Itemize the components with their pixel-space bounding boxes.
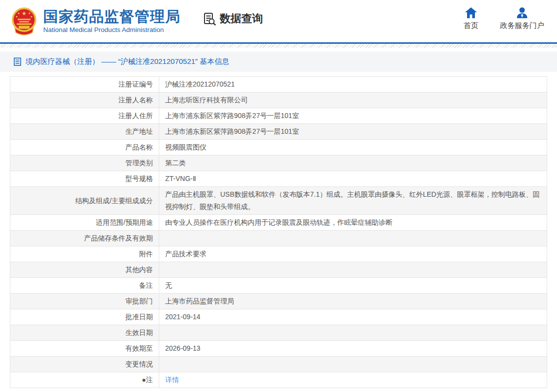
table-row: 结构及组成/主要组成成分 产品由主机眼罩、USB数据线和软件（发布版本7.1）组… [10, 187, 547, 215]
row-label: 附件 [10, 246, 159, 262]
form-icon [14, 58, 21, 66]
table-row: 注册人住所 上海市浦东新区紫萍路908弄27号一层101室 [10, 108, 547, 124]
nav-home[interactable]: 首页 [464, 7, 478, 30]
nav-portal-label: 政务服务门户 [500, 21, 544, 30]
row-value: 详情 [159, 372, 547, 388]
row-label: 型号规格 [10, 171, 159, 187]
row-value: 由专业人员操作在医疗机构内用于记录眼震及眼动轨迹，作眩晕症辅助诊断 [159, 215, 547, 231]
svg-text:★: ★ [28, 12, 30, 15]
row-value: 无 [159, 278, 547, 294]
row-label: 结构及组成/主要组成成分 [10, 187, 159, 215]
table-row: 备注 无 [10, 278, 547, 294]
table-row: 生产地址 上海市浦东新区紫萍路908弄27号一层101室 [10, 124, 547, 140]
row-label: 生效日期 [10, 325, 159, 341]
site-header: ★ ★ ★ ★ ★ 国家药品监督管理局 National Medical Pro… [0, 0, 557, 42]
nav-home-label: 首页 [464, 21, 478, 30]
breadcrumb: 境内医疗器械（注册） —— “沪械注准20212070521” 基本信息 [0, 52, 557, 72]
row-label: 其他内容 [10, 262, 159, 278]
details-link[interactable]: 详情 [165, 376, 179, 384]
row-label: 批准日期 [10, 309, 159, 325]
row-value [159, 325, 547, 341]
row-label: 注册人住所 [10, 108, 159, 124]
svg-text:★: ★ [15, 15, 18, 18]
data-query-section[interactable]: 数据查询 [203, 11, 263, 26]
info-table: 注册证编号 沪械注准20212070521 注册人名称 上海志听医疗科技有限公司… [10, 76, 547, 388]
table-row: 管理类别 第二类 [10, 155, 547, 171]
row-value: 上海志听医疗科技有限公司 [159, 92, 547, 108]
table-row: 型号规格 ZT-VNG-Ⅱ [10, 171, 547, 187]
row-label: 产品名称 [10, 140, 159, 155]
row-label: 产品储存条件及有效期 [10, 231, 159, 246]
row-value [159, 357, 547, 372]
row-value: 2026-09-13 [159, 341, 547, 357]
row-label: 生产地址 [10, 124, 159, 140]
row-value [159, 231, 547, 246]
national-emblem-icon: ★ ★ ★ ★ ★ [11, 7, 37, 35]
row-label: 管理类别 [10, 155, 159, 171]
row-label: 注册人名称 [10, 92, 159, 108]
row-value: 上海市浦东新区紫萍路908弄27号一层101室 [159, 124, 547, 140]
row-value: ZT-VNG-Ⅱ [159, 171, 547, 187]
row-value: 上海市浦东新区紫萍路908弄27号一层101室 [159, 108, 547, 124]
row-label: ●注 [10, 372, 159, 388]
row-label: 有效期至 [10, 341, 159, 357]
table-row: 产品储存条件及有效期 [10, 231, 547, 246]
table-row: 附件 产品技术要求 [10, 246, 547, 262]
home-icon [465, 7, 477, 18]
row-value: 上海市药品监督管理局 [159, 294, 547, 309]
table-row: 适用范围/预期用途 由专业人员操作在医疗机构内用于记录眼震及眼动轨迹，作眩晕症辅… [10, 215, 547, 231]
row-label: 变更情况 [10, 357, 159, 372]
table-row: 变更情况 [10, 357, 547, 372]
table-row: 注册证编号 沪械注准20212070521 [10, 77, 547, 92]
site-title-cn: 国家药品监督管理局 [43, 9, 180, 25]
row-label: 适用范围/预期用途 [10, 215, 159, 231]
row-value: 2021-09-14 [159, 309, 547, 325]
table-row: 其他内容 [10, 262, 547, 278]
svg-text:★: ★ [30, 15, 32, 18]
user-icon [516, 7, 528, 18]
svg-text:★: ★ [17, 12, 20, 15]
row-value: 视频眼震图仪 [159, 140, 547, 155]
site-title-en: National Medical Products Administration [43, 26, 180, 33]
table-row: ●注 详情 [10, 372, 547, 388]
table-row: 批准日期 2021-09-14 [10, 309, 547, 325]
row-value: 产品由主机眼罩、USB数据线和软件（发布版本7.1）组成。主机眼罩由摄像头、红外… [159, 187, 547, 215]
table-row: 有效期至 2026-09-13 [10, 341, 547, 357]
svg-text:★: ★ [22, 10, 27, 16]
table-row: 注册人名称 上海志听医疗科技有限公司 [10, 92, 547, 108]
row-value: 第二类 [159, 155, 547, 171]
brand[interactable]: ★ ★ ★ ★ ★ 国家药品监督管理局 National Medical Pro… [11, 7, 180, 35]
row-value [159, 262, 547, 278]
row-value: 产品技术要求 [159, 246, 547, 262]
table-row: 审批部门 上海市药品监督管理局 [10, 294, 547, 309]
hatch-band [0, 44, 557, 48]
nav-portal[interactable]: 政务服务门户 [500, 7, 544, 30]
row-label: 注册证编号 [10, 77, 159, 92]
row-label: 审批部门 [10, 294, 159, 309]
header-nav: 首页 政务服务门户 [464, 7, 546, 30]
doc-search-icon [203, 12, 216, 26]
data-query-label: 数据查询 [220, 11, 263, 26]
table-row: 生效日期 [10, 325, 547, 341]
row-label: 备注 [10, 278, 159, 294]
table-row: 产品名称 视频眼震图仪 [10, 140, 547, 155]
row-value: 沪械注准20212070521 [159, 77, 547, 92]
breadcrumb-text: 境内医疗器械（注册） —— “沪械注准20212070521” 基本信息 [26, 57, 229, 66]
